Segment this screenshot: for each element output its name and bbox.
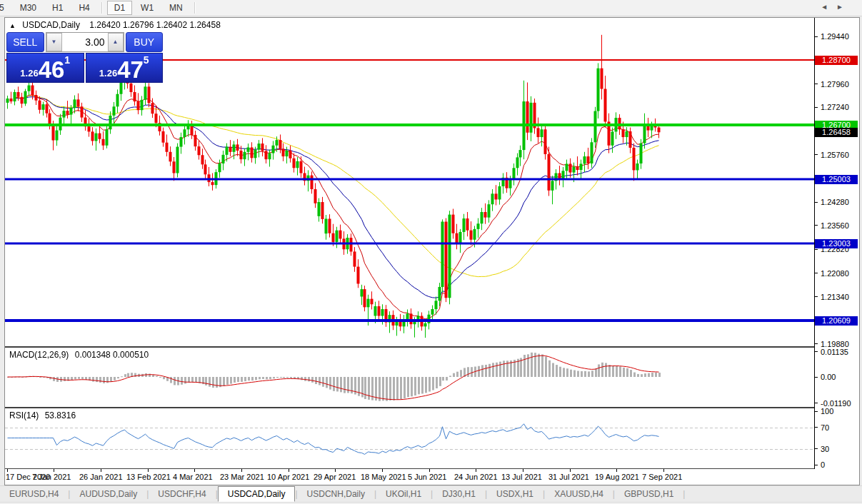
tab-scroll-left-icon[interactable]: ◄	[821, 3, 836, 11]
axis-tick	[815, 351, 818, 352]
volume-increase-button[interactable]: ▲	[108, 33, 124, 51]
volume-decrease-button[interactable]: ▼	[46, 33, 62, 51]
buy-button[interactable]: BUY	[126, 32, 164, 52]
toolbar-separator	[101, 2, 103, 14]
chevron-up-icon: ▲	[113, 39, 119, 45]
axis-tick	[815, 448, 818, 449]
toolbar-separator	[194, 2, 196, 14]
date-tick	[429, 469, 430, 472]
rsi-tick-label: 100	[821, 407, 833, 415]
macd-indicator-label: MACD(12,26,9) 0.001348 0.000510	[9, 350, 149, 360]
axis-tick	[815, 427, 818, 428]
sell-button[interactable]: SELL	[6, 32, 44, 52]
date-label: 18 May 2021	[361, 473, 406, 481]
volume-input[interactable]	[62, 33, 108, 51]
chart-title: ▲ USDCAD,Daily 1.26420 1.26796 1.26402 1…	[9, 20, 221, 30]
rsi-chart-canvas[interactable]	[5, 408, 814, 468]
price-tick-label: 1.27240	[821, 103, 849, 111]
timeframe-button-d1[interactable]: D1	[107, 1, 132, 15]
price-level-badge: 1.28700	[815, 56, 858, 65]
rsi-tick-label: 0	[821, 460, 825, 469]
price-axis[interactable]: 1.294401.279601.272401.257601.242801.235…	[814, 18, 858, 469]
chart-tab-ukoil[interactable]: UKOil,H1	[376, 487, 431, 501]
date-label: 10 Apr 2021	[267, 473, 309, 481]
time-axis[interactable]: 17 Dec 20207 Jan 202126 Jan 202113 Feb 2…	[5, 469, 858, 484]
chart-tab-gbpusd[interactable]: GBPUSD,H1	[615, 487, 683, 501]
chart-tab-xauusd[interactable]: XAUUSD,H4	[545, 487, 613, 501]
rsi-indicator-label: RSI(14) 53.8316	[9, 410, 76, 420]
date-label: 23 Mar 2021	[220, 473, 264, 481]
chart-tab-usdchf[interactable]: USDCHF,H4	[149, 487, 215, 501]
timeframe-button-h4[interactable]: H4	[71, 1, 96, 15]
price-tick-label: 1.19880	[821, 340, 849, 348]
chart-tab-dj30[interactable]: DJ30,H1	[433, 487, 485, 501]
rsi-name: RSI(14)	[9, 410, 39, 420]
date-tick	[570, 469, 571, 472]
sell-price-panel[interactable]: 1.26 46 1	[6, 53, 84, 83]
axis-tick	[815, 377, 818, 378]
chart-tab-audusd[interactable]: AUDUSD,Daily	[70, 487, 146, 501]
rsi-value: 53.8316	[45, 410, 76, 420]
date-tick	[523, 469, 523, 472]
timeframe-button-h1[interactable]: H1	[45, 1, 70, 15]
chart-window: ▲ USDCAD,Daily 1.26420 1.26796 1.26402 1…	[4, 17, 860, 485]
sell-price-prefix: 1.26	[20, 68, 38, 79]
sell-price-sup: 1	[64, 54, 70, 66]
date-tick	[101, 469, 101, 472]
axis-tick	[815, 154, 818, 155]
price-tick-label: 1.29440	[821, 32, 849, 41]
date-label: 13 Feb 2021	[126, 473, 171, 481]
macd-tick-label: -0.01190	[821, 399, 851, 408]
buy-price-sup: 5	[144, 54, 149, 66]
macd-values: 0.001348 0.000510	[75, 350, 149, 360]
date-tick	[148, 469, 149, 472]
chart-tab-usdcnh[interactable]: USDCNH,Daily	[298, 487, 374, 501]
date-label: 24 Jun 2021	[454, 473, 498, 481]
date-label: 4 Mar 2021	[173, 473, 213, 481]
date-label: 31 Jul 2021	[548, 473, 589, 481]
date-tick	[289, 469, 289, 472]
axis-tick	[815, 465, 818, 465]
date-tick	[335, 469, 336, 472]
price-level-badge: 1.23003	[815, 239, 858, 248]
chart-tab-bar: EURUSD,H4|AUDUSD,Daily|USDCHF,H4|USDCAD,…	[0, 485, 862, 502]
date-tick	[7, 469, 8, 472]
chart-tab-eurusd[interactable]: EURUSD,H4	[0, 487, 68, 501]
price-tick-label: 1.27960	[821, 80, 849, 89]
date-tick	[663, 469, 664, 472]
date-label: 7 Jan 2021	[32, 473, 71, 481]
macd-tick-label: 0.00	[821, 373, 836, 381]
date-tick	[382, 469, 383, 472]
one-click-panel-toggle-icon[interactable]: ▲	[9, 22, 16, 29]
chart-tab-usdcad[interactable]: USDCAD,Daily	[218, 486, 296, 502]
axis-tick	[815, 296, 818, 297]
chevron-down-icon: ▼	[51, 39, 57, 45]
timeframe-button-m30[interactable]: M30	[13, 1, 44, 15]
date-label: 26 Jan 2021	[79, 473, 123, 481]
timeframe-button-w1[interactable]: W1	[134, 1, 161, 15]
date-tick	[476, 469, 476, 472]
axis-tick	[815, 84, 818, 84]
buy-price-prefix: 1.26	[99, 68, 117, 79]
price-tick-label: 1.25760	[821, 151, 849, 159]
axis-tick	[815, 36, 818, 37]
macd-tick-label: 0.01135	[821, 348, 848, 356]
date-tick	[616, 469, 617, 472]
price-level-badge: 1.26458	[815, 128, 858, 137]
date-tick	[241, 469, 242, 472]
volume-box: ▼ ▲	[46, 32, 124, 52]
timeframe-toolbar: 5M30H1H4D1W1MN	[0, 0, 862, 16]
date-label: 13 Jul 2021	[501, 473, 542, 481]
timeframe-button-5[interactable]: 5	[0, 1, 11, 15]
price-tick-label: 1.21340	[821, 293, 849, 301]
chart-tab-usdx[interactable]: USDX,H1	[487, 487, 543, 501]
buy-price-panel[interactable]: 1.26 47 5	[86, 53, 164, 83]
date-tick	[194, 469, 195, 472]
tab-scroll-right-icon[interactable]: ►	[836, 3, 852, 11]
timeframe-button-mn[interactable]: MN	[162, 1, 190, 15]
price-tick-label: 1.22080	[821, 269, 849, 278]
axis-tick	[815, 403, 818, 403]
date-tick	[54, 469, 54, 472]
chart-ohlc-values: 1.26420 1.26796 1.26402 1.26458	[89, 20, 221, 30]
chart-symbol-period: USDCAD,Daily	[22, 20, 80, 30]
